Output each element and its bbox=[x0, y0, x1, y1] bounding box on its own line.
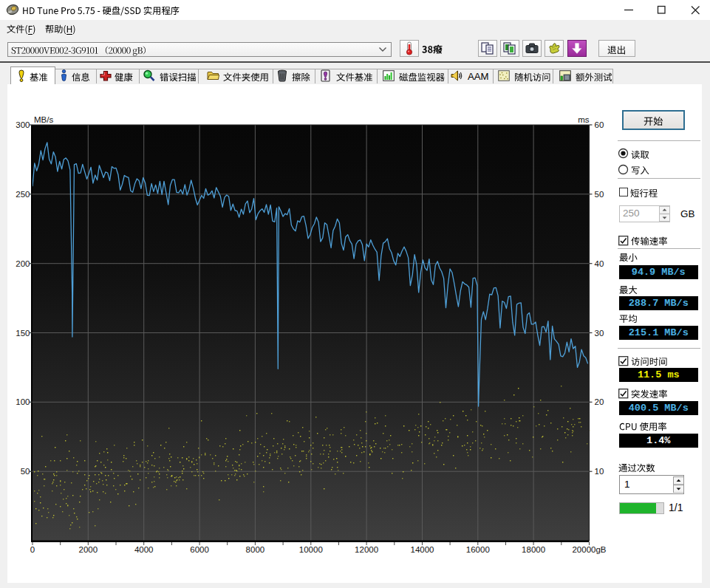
svg-text:6000: 6000 bbox=[190, 545, 209, 554]
svg-text:10000: 10000 bbox=[299, 545, 323, 554]
svg-text:12000: 12000 bbox=[355, 545, 378, 554]
svg-text:250: 250 bbox=[16, 190, 30, 199]
svg-text:300: 300 bbox=[16, 120, 30, 129]
svg-text:4000: 4000 bbox=[134, 545, 154, 554]
svg-text:ms: ms bbox=[578, 115, 590, 124]
svg-text:0: 0 bbox=[30, 545, 35, 554]
svg-text:MB/s: MB/s bbox=[34, 115, 53, 124]
svg-text:10: 10 bbox=[595, 467, 604, 476]
svg-text:50: 50 bbox=[595, 190, 604, 199]
svg-text:150: 150 bbox=[16, 329, 30, 338]
svg-text:40: 40 bbox=[595, 259, 604, 268]
svg-text:20: 20 bbox=[595, 397, 604, 406]
svg-text:200: 200 bbox=[16, 259, 30, 268]
svg-text:20000gB: 20000gB bbox=[572, 545, 606, 554]
svg-text:100: 100 bbox=[16, 397, 30, 406]
svg-text:8000: 8000 bbox=[246, 545, 265, 554]
svg-text:30: 30 bbox=[595, 329, 604, 338]
svg-text:18000: 18000 bbox=[522, 545, 545, 554]
svg-text:50: 50 bbox=[21, 467, 30, 476]
svg-text:14000: 14000 bbox=[411, 545, 434, 554]
svg-text:2000: 2000 bbox=[79, 545, 98, 554]
svg-text:16000: 16000 bbox=[466, 545, 490, 554]
svg-text:60: 60 bbox=[595, 120, 604, 129]
